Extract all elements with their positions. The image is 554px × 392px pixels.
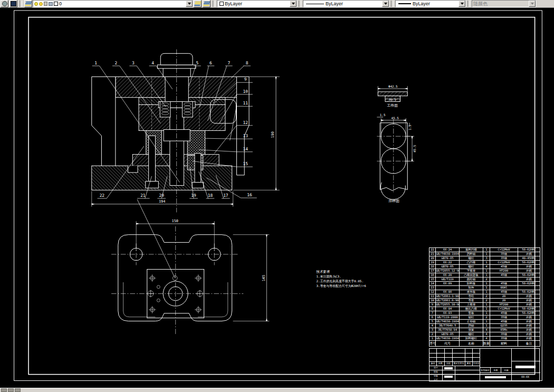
cell-name: 导套 [460,299,483,303]
tb-label-mass: 质量 [491,368,501,372]
tech-requirements: 技术要求 1.未注圆角为C3. 2.工件的毛刺高度不得大于0.05. 3.导套与… [316,270,367,288]
bom-header-note: 备注 [518,341,540,347]
layer-previous-button[interactable] [203,0,211,7]
cell-no: 16 [429,273,436,278]
cell-name: 弹簧 [460,328,483,332]
layer-name: 0 [59,1,62,6]
cell-no: 12 [429,290,436,294]
dim-section-height: 190 [271,131,275,138]
cell-mat: 45钢 [490,290,518,294]
bom-header-row: 序号 代号 名称 数量 材料 备注 [429,341,540,347]
cell-note: 外购 [518,278,540,282]
plot-settings-button[interactable] [1,0,8,7]
callout-2: 2 [115,61,118,65]
callout-15: 15 [243,161,248,166]
callout-16: 16 [247,193,252,197]
cell-qty: 1 [483,311,490,315]
cell-name: 导柱 [460,294,483,299]
cell-note: 58~62HRC [518,311,540,315]
cell-name: 挡销 [460,324,483,328]
callout-13: 13 [243,133,248,138]
tb-label-mark: 标记 [429,361,436,366]
bom-header-code: 代号 [436,341,460,347]
layer-dropdown-arrow[interactable] [186,1,193,7]
linetype-combobox[interactable]: ByLayer [303,0,389,7]
sun-icon [39,2,43,6]
status-block[interactable] [1,388,7,392]
tb-label-zone: 分区 [445,361,452,366]
make-layer-current-button[interactable] [194,0,202,7]
cell-note: 外购 [518,252,540,256]
lineweight-combobox[interactable]: ByLayer [395,0,466,7]
cell-no: 17 [429,269,436,273]
dim-strip-width: 45.5 [391,117,399,120]
cell-mat: 20 [490,299,518,303]
cell-note [518,286,540,290]
lineweight-sample [398,3,411,4]
cell-code: GB/T4830-1984 [436,337,460,341]
cell-code: JB/T7649.5 [436,324,460,328]
cell-code: GB/T119 [436,278,460,282]
cell-qty: 1 [483,261,490,265]
cell-name: 螺钉 [460,332,483,337]
cell-no: 6 [429,315,436,320]
cell-mat: Q235 [490,324,518,328]
bom-row: 10 GB/T2861.6-90 导套 2 20 外购 [429,299,540,303]
cell-mat: Cr12MoV [490,307,518,311]
linetype-dropdown-arrow[interactable] [382,1,389,7]
cell-no: 3 [429,328,436,332]
lineweight-dropdown-arrow[interactable] [459,1,465,7]
cell-note: 外购 [518,294,540,299]
cell-note: 58~62HRC [518,282,540,286]
cell-no: 14 [429,282,436,286]
separator [467,1,470,7]
cell-name: 螺钉 [460,265,483,269]
separator [20,1,22,7]
layers-down-icon [203,2,211,6]
cell-qty: 1 [483,320,490,324]
lock-icon [44,2,47,6]
cell-no: 22 [429,248,436,252]
cell-no: 13 [429,286,436,290]
cell-name: 止动销 [460,320,483,324]
separator [299,1,301,7]
cell-qty: 1 [483,252,490,256]
layer-combobox[interactable]: 0 [33,0,193,7]
bom-row: 11 GB/T2861.1-90 导柱 2 20 外购 [429,294,540,299]
bom-header-no: 序号 [429,341,436,347]
color-dropdown-arrow[interactable] [290,1,297,7]
status-block[interactable] [15,388,21,392]
status-block[interactable] [8,388,14,392]
bom-row: 13 制件 1 08Al [429,286,540,290]
cell-code: XX-22 [436,261,460,265]
cell-no: 15 [429,278,436,282]
cell-code: GB/T4830-1984 [436,252,460,256]
cell-code: JB/T7650-94 [436,328,460,332]
layers-dialog-button[interactable] [24,0,32,7]
cell-no: 19 [429,261,436,265]
cell-mat: 45钢 [490,282,518,286]
image-button[interactable] [9,0,17,7]
color-combobox[interactable]: ByLayer [217,0,297,7]
cell-name: 圆柱销 [460,278,483,282]
callout-7: 7 [227,61,230,65]
cell-note: 58~62HRC [518,261,540,265]
dim-section-width: 194 [159,199,165,204]
color-swatch [219,2,224,6]
cell-note: 外购 [518,315,540,320]
status-strip [0,388,554,392]
callout-11: 11 [243,101,248,106]
tb-label-sign: 签名 [465,361,472,366]
cell-code: GB/T2855.10-90 [436,303,460,307]
cell-mat: 35钢 [490,252,518,256]
cell-code: XX-09 [436,282,460,286]
bom-row: 12 XX-08 推件板 1 45钢 58~62HRC [429,290,540,294]
layer-arrow-icon [194,2,202,6]
cell-code: XX-24 [436,248,460,252]
cell-qty: 1 [483,286,490,290]
cell-code: GB70-85 [436,256,460,261]
cell-note: 58~62HRC [518,307,540,311]
cell-name: 挡料销 [460,252,483,256]
cell-qty: 1 [483,324,490,328]
cell-code: GB/T119-2000 [436,315,460,320]
